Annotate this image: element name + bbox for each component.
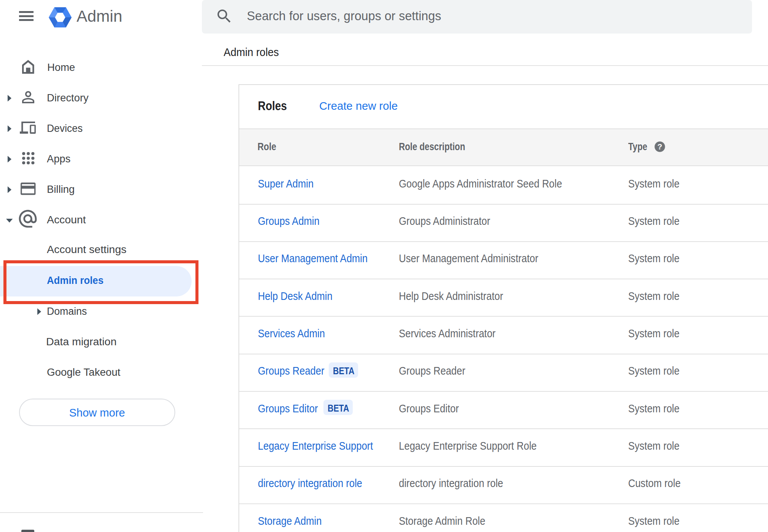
svg-text:?: ? xyxy=(658,142,662,151)
